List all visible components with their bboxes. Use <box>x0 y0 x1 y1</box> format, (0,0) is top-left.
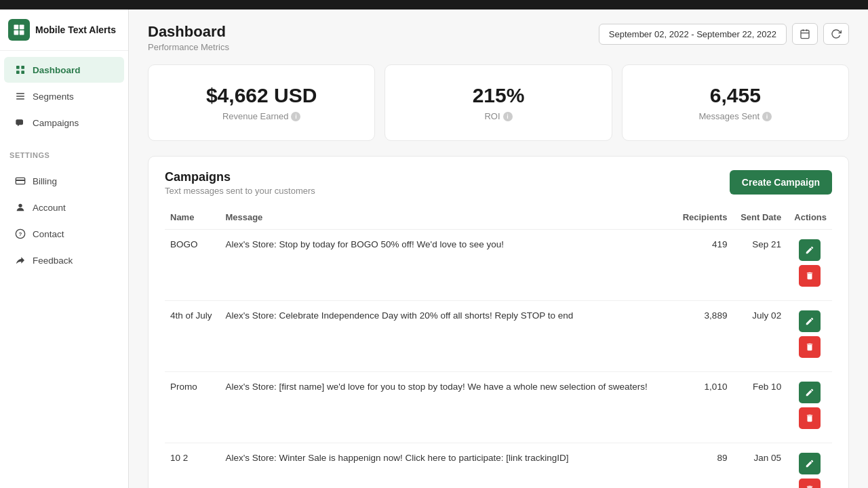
table-head: Name Message Recipients Sent Date Action… <box>165 205 832 230</box>
svg-rect-8 <box>16 93 24 94</box>
campaign-name: BOGO <box>165 230 220 301</box>
campaign-message: Alex's Store: Stop by today for BOGO 50%… <box>220 230 674 301</box>
campaign-actions <box>787 301 832 372</box>
campaign-sent-date: Sep 21 <box>732 230 787 301</box>
page-title: Dashboard <box>148 23 229 41</box>
metric-label: ROI i <box>399 111 597 121</box>
app-logo: Mobile Text Alerts <box>0 9 128 51</box>
calendar-icon <box>800 28 810 39</box>
app-name: Mobile Text Alerts <box>35 24 116 35</box>
campaign-actions <box>787 443 832 489</box>
campaigns-title-area: Campaigns Text messages sent to your cus… <box>165 170 315 196</box>
col-header-recipients: Recipients <box>675 205 733 230</box>
edit-icon <box>805 388 814 397</box>
contact-icon: ? <box>14 227 27 241</box>
campaign-actions <box>787 230 832 301</box>
svg-rect-2 <box>14 30 19 35</box>
sidebar-item-dashboard[interactable]: Dashboard <box>4 57 124 83</box>
trash-icon <box>805 413 814 423</box>
page-subtitle: Performance Metrics <box>148 42 229 52</box>
delete-campaign-button[interactable] <box>799 336 821 358</box>
svg-text:?: ? <box>19 231 22 237</box>
svg-rect-5 <box>21 66 24 69</box>
sidebar-item-segments[interactable]: Segments <box>4 83 124 109</box>
campaign-recipients: 1,010 <box>675 372 733 443</box>
sidebar-item-label: Segments <box>33 92 74 102</box>
campaign-name: 4th of July <box>165 301 220 372</box>
col-header-actions: Actions <box>787 205 832 230</box>
campaign-message: Alex's Store: Celebrate Independence Day… <box>220 301 674 372</box>
metric-label: Messages Sent i <box>636 111 835 121</box>
table-row: 4th of July Alex's Store: Celebrate Inde… <box>165 301 832 372</box>
sidebar-item-label: Dashboard <box>33 65 81 75</box>
campaign-recipients: 419 <box>675 230 733 301</box>
delete-campaign-button[interactable] <box>799 479 821 488</box>
campaigns-title: Campaigns <box>165 170 315 184</box>
campaign-name: 10 2 <box>165 443 220 489</box>
billing-icon <box>14 174 27 188</box>
svg-rect-6 <box>16 70 20 74</box>
table-header-row: Name Message Recipients Sent Date Action… <box>165 205 832 230</box>
info-icon[interactable]: i <box>503 112 513 121</box>
campaigns-subtitle: Text messages sent to your customers <box>165 186 315 196</box>
sidebar-item-billing[interactable]: Billing <box>4 168 124 194</box>
logo-icon <box>8 19 30 41</box>
svg-rect-4 <box>16 66 20 69</box>
settings-label: SETTINGS <box>0 144 128 162</box>
metric-value: 215% <box>399 84 597 107</box>
svg-point-13 <box>18 204 22 207</box>
sidebar-item-label: Contact <box>33 229 64 239</box>
trash-icon <box>805 271 814 281</box>
trash-icon <box>805 485 814 488</box>
svg-rect-7 <box>21 70 24 74</box>
edit-campaign-button[interactable] <box>799 453 821 474</box>
svg-rect-9 <box>16 96 24 96</box>
date-range-button[interactable]: September 02, 2022 - September 22, 2022 <box>599 24 787 45</box>
info-icon[interactable]: i <box>762 112 772 121</box>
svg-rect-12 <box>16 180 24 181</box>
sidebar-item-label: Account <box>33 203 66 213</box>
create-campaign-button[interactable]: Create Campaign <box>730 170 832 195</box>
metric-value: 6,455 <box>636 84 835 107</box>
table-row: 10 2 Alex's Store: Winter Sale is happen… <box>165 443 832 489</box>
metrics-row: $4,662 USD Revenue Earned i 215% ROI i 6… <box>148 64 849 141</box>
campaign-sent-date: July 02 <box>732 301 787 372</box>
edit-campaign-button[interactable] <box>799 382 821 403</box>
table-row: Promo Alex's Store: [first name] we'd lo… <box>165 372 832 443</box>
svg-rect-3 <box>20 30 24 35</box>
campaign-message: Alex's Store: [first name] we'd love for… <box>220 372 674 443</box>
delete-campaign-button[interactable] <box>799 265 821 287</box>
campaign-recipients: 3,889 <box>675 301 733 372</box>
feedback-icon <box>14 253 27 267</box>
info-icon[interactable]: i <box>291 112 300 121</box>
campaign-sent-date: Feb 10 <box>732 372 787 443</box>
calendar-icon-button[interactable] <box>792 23 818 45</box>
sidebar: Mobile Text Alerts Dashboard <box>0 9 129 488</box>
campaign-message: Alex's Store: Winter Sale is happenign n… <box>220 443 674 489</box>
campaigns-table: Name Message Recipients Sent Date Action… <box>165 205 832 488</box>
sidebar-item-feedback[interactable]: Feedback <box>4 247 124 273</box>
table-body: BOGO Alex's Store: Stop by today for BOG… <box>165 230 832 489</box>
account-icon <box>14 201 27 214</box>
delete-campaign-button[interactable] <box>799 407 821 429</box>
svg-rect-16 <box>801 30 809 39</box>
campaign-name: Promo <box>165 372 220 443</box>
edit-campaign-button[interactable] <box>799 310 821 332</box>
col-header-sent-date: Sent Date <box>732 205 787 230</box>
campaign-actions <box>787 372 832 443</box>
sidebar-item-account[interactable]: Account <box>4 195 124 220</box>
campaigns-section-header: Campaigns Text messages sent to your cus… <box>165 170 832 196</box>
top-bar <box>0 0 868 9</box>
edit-campaign-button[interactable] <box>799 239 821 261</box>
campaigns-section: Campaigns Text messages sent to your cus… <box>148 156 849 488</box>
sidebar-item-contact[interactable]: ? Contact <box>4 221 124 247</box>
campaigns-icon <box>14 116 27 129</box>
sidebar-nav: Dashboard Segments Campa <box>0 51 128 142</box>
metric-card-revenue: $4,662 USD Revenue Earned i <box>148 64 375 141</box>
metric-card-roi: 215% ROI i <box>384 64 612 141</box>
refresh-icon-button[interactable] <box>823 23 849 45</box>
campaign-recipients: 89 <box>675 443 733 489</box>
col-header-message: Message <box>220 205 674 230</box>
dashboard-icon <box>14 63 27 77</box>
sidebar-item-campaigns[interactable]: Campaigns <box>4 110 124 136</box>
